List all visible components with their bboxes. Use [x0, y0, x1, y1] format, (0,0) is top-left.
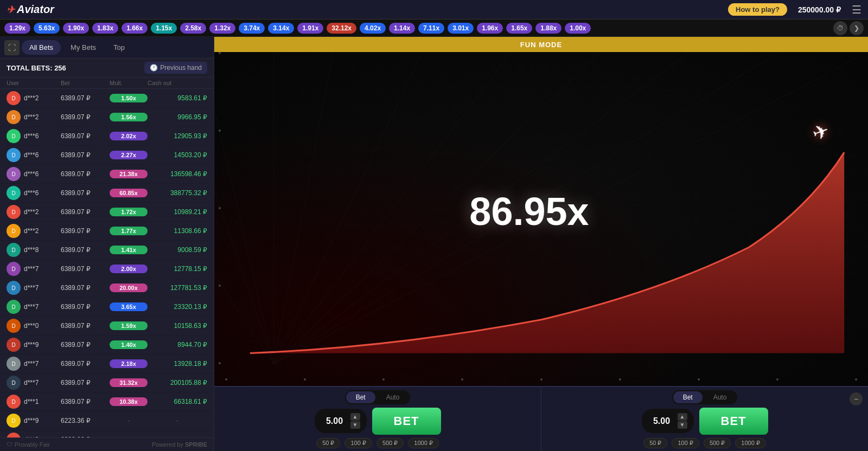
mult-bar-actions: ⏱ ❯ — [833, 21, 864, 35]
bet-tab-auto-1[interactable]: Auto — [376, 391, 410, 403]
bet-tab-bet-1[interactable]: Bet — [346, 391, 375, 403]
mult-chip-4[interactable]: 1.66x — [122, 23, 148, 34]
sidebar-tabs: ⛶ All Bets My Bets Top — [0, 37, 214, 59]
quick-500-2[interactable]: 500 ₽ — [704, 438, 731, 448]
how-to-play-button[interactable]: How to play? — [728, 3, 787, 16]
mult-chip-8[interactable]: 3.74x — [239, 23, 265, 34]
bet-amount: 6389.07 ₽ — [61, 208, 110, 216]
user-cell: Dd***2 — [7, 91, 61, 105]
bet-amount: 6389.07 ₽ — [61, 379, 110, 386]
avatar: D — [7, 205, 21, 219]
mult-chip-6[interactable]: 2.58x — [180, 23, 206, 34]
quick-500-1[interactable]: 500 ₽ — [376, 438, 404, 448]
username: d***6 — [24, 132, 39, 140]
cashout-amount: 388775.32 ₽ — [148, 189, 207, 197]
fullscreen-button[interactable]: ⛶ — [4, 40, 20, 55]
shield-icon: 🛡 — [7, 441, 12, 448]
menu-icon[interactable]: ☰ — [852, 3, 861, 16]
mult-chip-0[interactable]: 1.29x — [4, 23, 30, 34]
clock-icon: 🕐 — [150, 64, 158, 72]
cashout-amount: 10158.63 ₽ — [148, 322, 207, 330]
bet-tab-bet-2[interactable]: Bet — [673, 391, 703, 403]
user-cell: Dd***6 — [7, 148, 61, 162]
bet-button-1[interactable]: BET — [372, 408, 441, 435]
expand-icon[interactable]: ❯ — [850, 21, 864, 35]
bet-tab-auto-2[interactable]: Auto — [704, 391, 737, 403]
bet-panel-1: Bet Auto 5.00 ▲ ▼ BET 50 ₽ 100 ₽ — [214, 387, 541, 451]
stepper-up-2[interactable]: ▲ — [678, 413, 687, 421]
game-area: FUN MODE — [214, 37, 868, 451]
mult-chip-18[interactable]: 1.88x — [535, 23, 561, 34]
tab-all-bets[interactable]: All Bets — [22, 40, 61, 55]
username: d***0 — [24, 322, 39, 330]
user-cell: Dd***8 — [7, 243, 61, 257]
axis-dot-3 — [461, 378, 463, 381]
mult-chip-14[interactable]: 7.11x — [418, 23, 444, 34]
quick-1000-2[interactable]: 1000 ₽ — [735, 438, 766, 448]
mult-badge: 1.50x — [110, 94, 148, 102]
mult-chip-12[interactable]: 4.02x — [360, 23, 386, 34]
mult-chip-10[interactable]: 1.91x — [297, 23, 323, 34]
quick-100-2[interactable]: 100 ₽ — [672, 438, 699, 448]
table-row: Dd***86389.07 ₽1.41x9008.59 ₽ — [0, 241, 214, 260]
quick-1000-1[interactable]: 1000 ₽ — [408, 438, 439, 448]
mult-chip-19[interactable]: 1.00x — [565, 23, 591, 34]
username: d***9 — [24, 341, 39, 349]
header: ✈ Aviator How to play? 250000.00 ₽ ☰ — [0, 0, 868, 20]
tab-my-bets[interactable]: My Bets — [63, 40, 104, 55]
previous-hand-button[interactable]: 🕐 Previous hand — [144, 62, 207, 74]
mult-chip-5[interactable]: 1.15x — [151, 23, 177, 34]
cashout-amount: 23320.13 ₽ — [148, 303, 207, 311]
bet-amount: 6389.07 ₽ — [61, 227, 110, 235]
sidebar: ⛶ All Bets My Bets Top TOTAL BETS: 256 🕐… — [0, 37, 214, 451]
mult-chip-16[interactable]: 1.96x — [477, 23, 503, 34]
mult-badge: 21.38x — [110, 170, 148, 178]
bet-amount: 6389.07 ₽ — [61, 151, 110, 159]
mult-chip-1[interactable]: 5.63x — [34, 23, 60, 34]
mult-badge: - — [110, 417, 148, 424]
mult-badge: 1.56x — [110, 113, 148, 121]
mult-chip-3[interactable]: 1.83x — [92, 23, 118, 34]
cashout-amount: 11308.66 ₽ — [148, 227, 207, 235]
side-dots — [219, 52, 221, 364]
balance-display: 250000.00 ₽ — [798, 5, 841, 14]
mult-chip-13[interactable]: 1.14x — [389, 23, 415, 34]
stepper-down-2[interactable]: ▼ — [678, 421, 687, 429]
cashout-amount: 127781.53 ₽ — [148, 284, 207, 292]
avatar: D — [7, 338, 21, 352]
sidebar-header: TOTAL BETS: 256 🕐 Previous hand — [0, 59, 214, 78]
username: d***7 — [24, 265, 39, 273]
cashout-amount: 13928.18 ₽ — [148, 360, 207, 368]
table-row: Dd***06389.07 ₽1.59x10158.63 ₽ — [0, 317, 214, 336]
game-canvas: FUN MODE — [214, 37, 868, 386]
mult-badge: 20.00x — [110, 284, 148, 292]
cashout-amount: 10989.21 ₽ — [148, 208, 207, 216]
stepper-down-1[interactable]: ▼ — [350, 421, 360, 429]
avatar: D — [7, 414, 21, 428]
quick-50-1[interactable]: 50 ₽ — [316, 438, 340, 448]
avatar: D — [7, 395, 21, 409]
minimize-button[interactable]: − — [850, 392, 863, 405]
mult-chip-7[interactable]: 1.32x — [209, 23, 235, 34]
cashout-amount: 12778.15 ₽ — [148, 265, 207, 273]
history-icon[interactable]: ⏱ — [833, 21, 847, 35]
mult-chip-2[interactable]: 1.90x — [63, 23, 89, 34]
mult-chip-11[interactable]: 32.12x — [327, 23, 356, 34]
table-row: Dd***66389.07 ₽60.85x388775.32 ₽ — [0, 184, 214, 203]
mult-badge: 1.72x — [110, 208, 148, 216]
quick-100-1[interactable]: 100 ₽ — [344, 438, 372, 448]
bet-amount: 6389.07 ₽ — [61, 322, 110, 330]
axis-dot-6 — [698, 378, 700, 381]
quick-50-2[interactable]: 50 ₽ — [643, 438, 667, 448]
bet-button-2[interactable]: BET — [699, 408, 768, 435]
tab-top[interactable]: Top — [106, 40, 132, 55]
username: d***2 — [24, 208, 39, 216]
mult-chip-17[interactable]: 1.65x — [506, 23, 532, 34]
table-row: Dd***66389.07 ₽2.27x14503.20 ₽ — [0, 146, 214, 165]
mult-chip-15[interactable]: 3.01x — [448, 23, 474, 34]
mult-badge: 2.18x — [110, 359, 148, 368]
mult-chip-9[interactable]: 3.14x — [268, 23, 294, 34]
sidebar-footer: 🛡 Provably Fair Powered by SPRIBE — [0, 437, 214, 451]
cashout-amount: 12905.93 ₽ — [148, 132, 207, 140]
stepper-up-1[interactable]: ▲ — [350, 413, 360, 421]
